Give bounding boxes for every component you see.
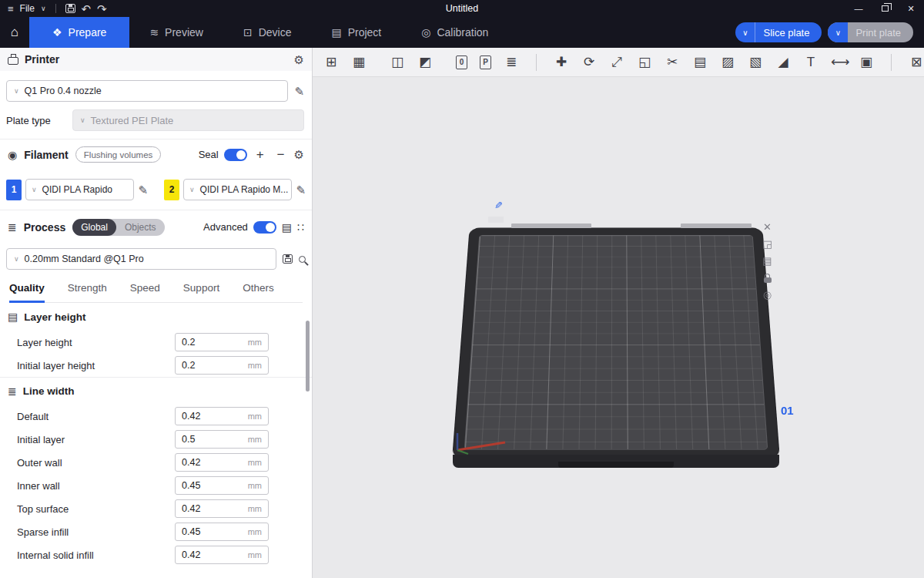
- add-plate-icon[interactable]: ▦: [351, 55, 367, 69]
- tab-strength[interactable]: Strength: [68, 282, 107, 302]
- tab-preview[interactable]: ≋ Preview: [129, 17, 223, 48]
- doc-p-icon[interactable]: P: [480, 55, 491, 69]
- plate-tool-stack: ✕ ◲ ▤ ◎: [761, 220, 774, 301]
- preset-list-icon[interactable]: ▤: [282, 222, 292, 233]
- scale-icon[interactable]: ⤢: [609, 55, 624, 69]
- tab-speed[interactable]: Speed: [130, 282, 160, 302]
- restore-button[interactable]: [872, 0, 898, 17]
- param-unit: mm: [248, 550, 262, 560]
- line-width-default-input[interactable]: 0.42 mm: [175, 407, 269, 425]
- extra-tool-icon[interactable]: ⊠: [909, 55, 924, 69]
- text-tool-icon[interactable]: T: [803, 55, 819, 69]
- filament-1-select[interactable]: ∨ QIDI PLA Rapido: [25, 179, 134, 200]
- support-paint-icon[interactable]: ▧: [748, 55, 763, 69]
- 3d-scene[interactable]: ✎ ✕ ◲ ▤ ◎ 01: [313, 77, 924, 578]
- line-width-section-icon: ≣: [8, 386, 17, 397]
- layer-height-input[interactable]: 0.2 mm: [175, 333, 269, 351]
- slice-options-chevron-icon[interactable]: ∨: [735, 22, 755, 42]
- tab-others[interactable]: Others: [243, 282, 274, 302]
- close-button[interactable]: ✕: [898, 0, 924, 17]
- filament-settings-gear-icon[interactable]: ⚙: [294, 149, 304, 160]
- sidebar-scrollbar[interactable]: [306, 321, 310, 391]
- scope-objects[interactable]: Objects: [116, 219, 165, 236]
- print-plate-button[interactable]: ∨ Print plate: [828, 22, 913, 42]
- cut-icon[interactable]: ✂: [665, 55, 680, 69]
- move-icon[interactable]: ✚: [554, 55, 569, 69]
- tab-quality[interactable]: Quality: [9, 282, 45, 303]
- tab-prepare[interactable]: ❖ Prepare: [29, 17, 129, 48]
- delete-plate-icon[interactable]: ✕: [761, 220, 774, 234]
- printer-edit-icon[interactable]: ✎: [294, 86, 304, 97]
- filament-1-edit-icon[interactable]: ✎: [138, 184, 148, 196]
- seam-paint-icon[interactable]: ◢: [775, 55, 791, 69]
- plate-edit-icon[interactable]: ✎: [494, 200, 503, 210]
- line-width-top-surface-input[interactable]: 0.42 mm: [175, 499, 269, 518]
- line-width-sparse-infill-input[interactable]: 0.45 mm: [175, 523, 269, 541]
- toolbar-separator: [536, 54, 537, 71]
- object-list-icon[interactable]: ≣: [504, 55, 519, 69]
- save-preset-icon[interactable]: [283, 254, 293, 264]
- filament-2-select[interactable]: ∨ QIDI PLA Rapido M...: [183, 179, 292, 200]
- add-filament-button[interactable]: +: [253, 148, 268, 161]
- process-scope-switch[interactable]: Global Objects: [72, 219, 164, 236]
- build-plate-grid: [464, 235, 768, 450]
- param-label: Initial layer height: [17, 360, 175, 371]
- assembly-icon[interactable]: ▣: [859, 55, 874, 69]
- lock-plate-icon[interactable]: [761, 271, 774, 284]
- add-icon[interactable]: ⊞: [323, 55, 339, 69]
- save-icon[interactable]: [65, 4, 75, 13]
- param-label: Outer wall: [17, 457, 175, 469]
- line-width-initial-layer-input[interactable]: 0.5 mm: [175, 430, 269, 449]
- param-unit: mm: [248, 361, 262, 370]
- doc-o-icon[interactable]: 0: [456, 55, 467, 69]
- print-options-chevron-icon[interactable]: ∨: [828, 22, 848, 42]
- tab-prepare-label: Prepare: [69, 26, 107, 39]
- calibration-icon: ◎: [421, 26, 430, 39]
- slice-plate-button[interactable]: ∨ Slice plate: [735, 22, 822, 42]
- plate-name-icon[interactable]: ▤: [761, 254, 774, 267]
- initial-layer-height-input[interactable]: 0.2 mm: [175, 356, 269, 375]
- flushing-volumes-button[interactable]: Flushing volumes: [75, 146, 161, 163]
- tab-support[interactable]: Support: [183, 282, 219, 302]
- line-width-outer-wall-input[interactable]: 0.42 mm: [175, 453, 269, 472]
- line-width-inner-wall-input[interactable]: 0.45 mm: [175, 476, 269, 495]
- redo-icon[interactable]: ↷: [97, 3, 107, 15]
- home-button[interactable]: ⌂: [0, 17, 29, 48]
- rotate-icon[interactable]: ⟳: [581, 55, 597, 69]
- search-preset-icon[interactable]: [299, 256, 306, 263]
- variable-layer-height-icon[interactable]: ▨: [720, 55, 735, 69]
- minimize-button[interactable]: —: [845, 0, 872, 17]
- plate-rear-tab: [681, 223, 752, 228]
- undo-icon[interactable]: ↶: [82, 3, 92, 15]
- advanced-toggle[interactable]: [253, 221, 276, 234]
- auto-orient-icon[interactable]: ◩: [417, 55, 433, 69]
- filament-slot-1-badge[interactable]: 1: [6, 180, 22, 200]
- remove-filament-button[interactable]: −: [273, 148, 289, 161]
- file-menu[interactable]: File: [20, 3, 35, 14]
- tab-calibration[interactable]: ◎ Calibration: [401, 17, 508, 48]
- filament-2-chevron-icon: ∨: [189, 186, 195, 193]
- filament-2-edit-icon[interactable]: ✎: [296, 184, 306, 196]
- plate-settings-icon[interactable]: ◎: [761, 288, 774, 301]
- app-menu-icon[interactable]: ≡: [8, 4, 14, 14]
- printer-settings-gear-icon[interactable]: ⚙: [294, 54, 304, 66]
- measure-icon[interactable]: ⟷: [831, 55, 846, 69]
- seal-toggle[interactable]: [224, 149, 247, 161]
- filament-slot-2-badge[interactable]: 2: [164, 180, 179, 200]
- file-menu-chevron-icon[interactable]: ∨: [41, 5, 46, 12]
- plate-type-select[interactable]: ∨ Textured PEI Plate: [72, 109, 304, 131]
- layers-icon[interactable]: ▤: [692, 55, 708, 69]
- arrange-plate-icon[interactable]: ◲: [761, 237, 774, 250]
- line-width-internal-solid-infill-input[interactable]: 0.42 mm: [175, 546, 269, 564]
- tab-device[interactable]: ⊡ Device: [223, 17, 312, 48]
- scope-global[interactable]: Global: [72, 219, 116, 236]
- auto-arrange-icon[interactable]: ◫: [390, 55, 405, 69]
- plate-number-label[interactable]: 01: [781, 404, 794, 417]
- process-preset-select[interactable]: ∨ 0.20mm Standard @Q1 Pro: [6, 248, 276, 270]
- param-unit: mm: [248, 504, 262, 513]
- printer-select[interactable]: ∨ Q1 Pro 0.4 nozzle: [6, 80, 288, 102]
- filament-icon: ◉: [8, 150, 17, 160]
- place-on-face-icon[interactable]: ◱: [637, 55, 652, 69]
- compare-presets-icon[interactable]: ∷: [297, 222, 304, 233]
- tab-project[interactable]: ▤ Project: [311, 17, 401, 48]
